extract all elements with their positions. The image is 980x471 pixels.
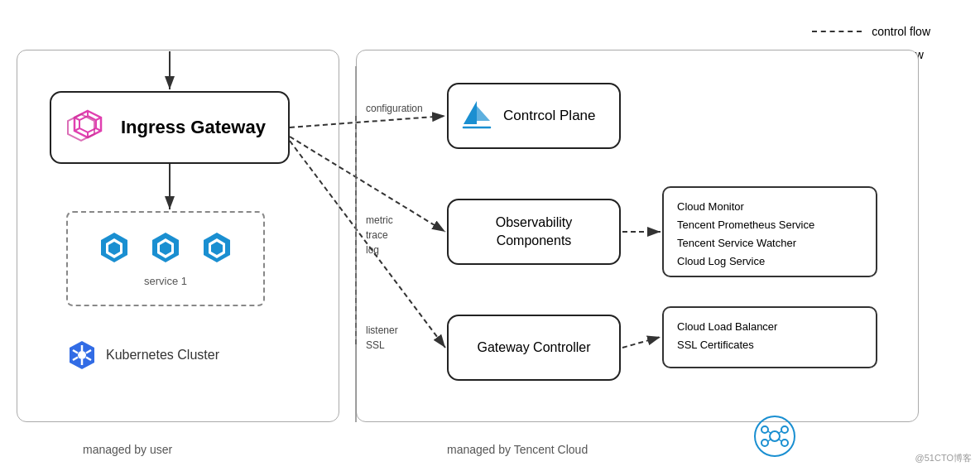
sail-icon (460, 98, 493, 134)
svg-point-28 (770, 431, 780, 441)
control-plane-label: Contrcol Plane (503, 108, 596, 124)
kubernetes-label: Kubernetes Cluster (66, 339, 219, 371)
managed-tencent-label: managed by Tencent Cloud (447, 443, 588, 456)
cloud-obs-line3: Tencent Service Watcher (677, 234, 862, 252)
cloud-gw-line1: Cloud Load Balancer (677, 318, 862, 336)
observability-label: Observability Components (496, 214, 572, 251)
pod-icon-1 (96, 230, 132, 267)
metric-trace-annotation: metrictracelog (366, 213, 393, 257)
dashed-line-icon (812, 31, 862, 32)
cloud-observability-services-box: Cloud Monitor Tencent Prometheus Service… (662, 186, 877, 277)
configuration-annotation: configuration (366, 101, 423, 116)
control-flow-label: control flow (872, 25, 930, 38)
observability-box: Observability Components (447, 199, 621, 265)
svg-point-29 (761, 426, 768, 433)
ingress-gateway-label: Ingress Gateway (121, 117, 266, 138)
cloud-gw-line2: SSL Certificates (677, 336, 862, 354)
pod-icon-2 (147, 230, 184, 267)
svg-marker-8 (68, 114, 94, 141)
cloud-obs-line2: Tencent Prometheus Service (677, 216, 862, 234)
cloud-obs-line4: Cloud Log Service (677, 252, 862, 271)
service-label: service 1 (144, 275, 187, 287)
pod-icon-3 (199, 230, 235, 267)
kubernetes-cluster-label: Kubernetes Cluster (106, 348, 219, 363)
cloud-obs-line1: Cloud Monitor (677, 198, 862, 216)
managed-user-label: managed by user (83, 443, 172, 456)
control-plane-box: Contrcol Plane (447, 83, 621, 149)
tencent-cloud-icon (753, 415, 796, 458)
cloud-gateway-services-box: Cloud Load Balancer SSL Certificates (662, 306, 877, 368)
svg-point-31 (761, 440, 768, 446)
listener-ssl-annotation: listenerSSL (366, 323, 398, 353)
gateway-controller-label: Gateway Controller (478, 339, 591, 357)
svg-point-32 (781, 440, 788, 446)
service-pods-box: service 1 (66, 211, 265, 306)
svg-point-27 (755, 416, 795, 456)
pods-row (96, 230, 235, 267)
gateway-controller-box: Gateway Controller (447, 315, 621, 381)
legend-control-flow: control flow (812, 25, 930, 38)
diagram: control flow traffic flow (0, 0, 980, 471)
ingress-icon (66, 108, 109, 147)
svg-point-19 (78, 351, 86, 359)
ingress-gateway-box: Ingress Gateway (50, 91, 290, 164)
watermark: @51CTO博客 (915, 452, 972, 464)
kubernetes-icon (66, 339, 98, 371)
svg-point-30 (781, 426, 788, 433)
tencent-logo (753, 415, 796, 461)
